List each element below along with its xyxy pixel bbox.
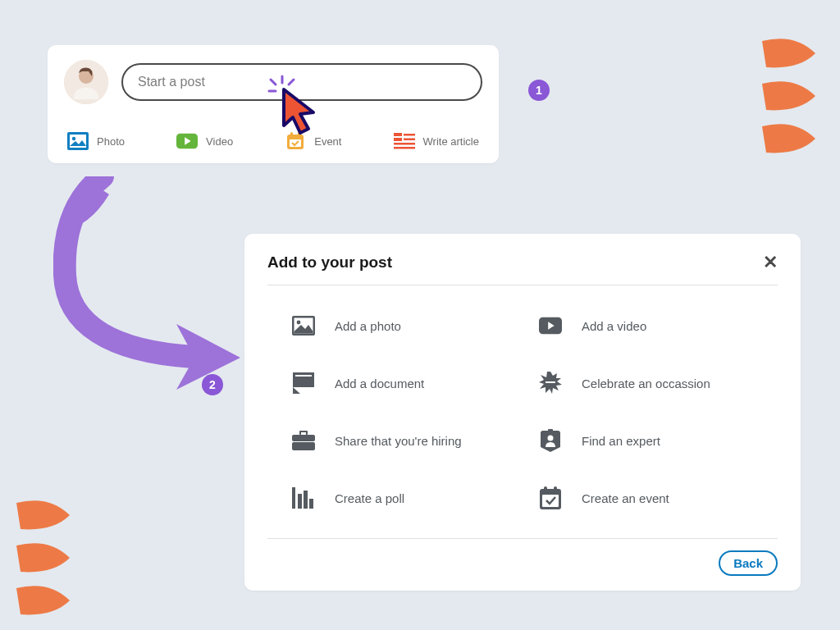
svg-rect-36: [309, 499, 313, 509]
article-label: Write article: [423, 135, 479, 148]
svg-rect-40: [554, 486, 557, 491]
option-celebrate[interactable]: Celebrate an occassion: [539, 372, 769, 394]
svg-rect-26: [546, 381, 555, 383]
svg-rect-24: [293, 372, 314, 387]
photo-action[interactable]: Photo: [67, 132, 125, 150]
add-to-post-card: Add to your post ✕ Add a photo Add a vid…: [244, 234, 801, 591]
svg-rect-30: [292, 442, 315, 450]
svg-rect-17: [404, 139, 415, 141]
svg-rect-11: [290, 139, 301, 147]
photo-icon: [67, 132, 89, 150]
burst-icon: [539, 372, 562, 394]
video-action[interactable]: Video: [176, 132, 233, 150]
start-post-input[interactable]: Start a post: [121, 63, 482, 101]
option-create-event[interactable]: Create an event: [539, 487, 769, 509]
svg-rect-34: [298, 494, 302, 509]
svg-rect-28: [301, 432, 306, 435]
svg-rect-14: [394, 133, 402, 136]
svg-rect-25: [295, 375, 312, 377]
option-label: Add a document: [335, 377, 424, 390]
svg-rect-35: [304, 491, 308, 509]
svg-rect-16: [404, 134, 415, 136]
close-icon[interactable]: ✕: [763, 252, 778, 273]
video-play-icon: [539, 315, 562, 336]
svg-rect-18: [394, 143, 415, 145]
svg-rect-38: [542, 495, 559, 507]
brand-logo-bottom-left: [8, 495, 82, 626]
svg-rect-33: [292, 487, 295, 509]
photo-label: Photo: [97, 135, 125, 148]
option-hiring[interactable]: Share that you're hiring: [292, 430, 523, 451]
option-add-video[interactable]: Add a video: [539, 315, 769, 336]
option-label: Create an event: [582, 491, 669, 505]
calendar-check-icon: [539, 487, 562, 509]
card2-title: Add to your post: [267, 253, 392, 272]
svg-rect-15: [394, 138, 402, 141]
event-icon: [285, 132, 306, 150]
option-label: Create a poll: [335, 491, 404, 505]
svg-rect-19: [394, 147, 415, 149]
svg-rect-13: [298, 132, 300, 137]
option-label: Share that you're hiring: [335, 434, 462, 448]
svg-point-8: [72, 137, 75, 140]
event-action[interactable]: Event: [285, 132, 341, 150]
svg-rect-31: [548, 429, 553, 432]
flow-arrow-icon: [53, 176, 267, 401]
option-add-document[interactable]: Add a document: [292, 372, 523, 394]
avatar[interactable]: [64, 60, 108, 104]
back-button[interactable]: Back: [719, 550, 778, 576]
briefcase-icon: [292, 430, 315, 451]
video-label: Video: [206, 135, 233, 148]
option-add-photo[interactable]: Add a photo: [292, 315, 523, 336]
article-action[interactable]: Write article: [394, 132, 479, 150]
option-label: Celebrate an occassion: [582, 377, 710, 390]
brand-logo-top-right: [754, 33, 828, 164]
svg-point-32: [548, 436, 554, 441]
svg-rect-39: [544, 486, 547, 491]
option-create-poll[interactable]: Create a poll: [292, 487, 523, 509]
svg-rect-29: [292, 435, 315, 441]
option-label: Add a photo: [335, 319, 401, 333]
svg-point-22: [297, 321, 301, 325]
svg-rect-12: [290, 132, 293, 137]
video-icon: [176, 132, 198, 150]
image-icon: [292, 315, 315, 336]
event-label: Event: [314, 135, 341, 148]
article-icon: [394, 132, 415, 150]
option-label: Find an expert: [582, 434, 660, 448]
document-icon: [292, 372, 315, 394]
start-post-placeholder: Start a post: [138, 75, 205, 89]
option-find-expert[interactable]: Find an expert: [539, 430, 769, 451]
option-label: Add a video: [582, 319, 646, 333]
start-post-card: Start a post Photo Vi: [48, 45, 499, 163]
step-badge-1: 1: [528, 80, 550, 101]
bar-chart-icon: [292, 487, 315, 509]
person-badge-icon: [539, 430, 562, 451]
